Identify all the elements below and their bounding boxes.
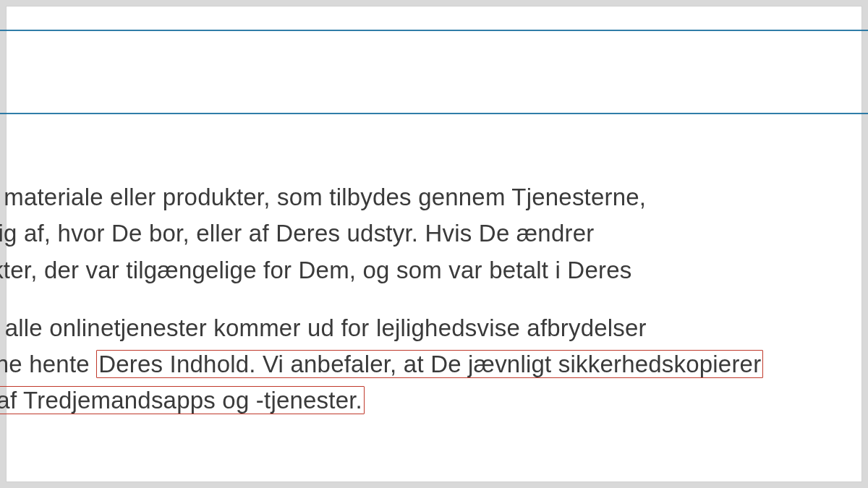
document-content: ngelighed og -Tjenesterne eller material…	[0, 7, 868, 440]
p2-line2: De muligvis ikke kunne hente Deres Indho…	[0, 346, 868, 382]
spacer	[0, 114, 868, 179]
document-frame: ngelighed og -Tjenesterne eller material…	[6, 6, 862, 482]
highlight-1: Deres Indhold. Vi anbefaler, at De jævnl…	[96, 350, 763, 378]
p1-line1: og -Tjenesterne eller materiale eller pr…	[0, 179, 868, 215]
divider-top	[0, 30, 868, 31]
p2-line2-pre: De muligvis ikke kunne hente	[0, 351, 96, 377]
p1-line2: r kan variere afhængig af, hvor De bor, …	[0, 215, 868, 252]
paragraph-2: sterne kørende, men alle onlinetjenester…	[0, 310, 868, 419]
paragraph-1: og -Tjenesterne eller materiale eller pr…	[0, 179, 868, 288]
highlight-2: ller lagrer ved hjælp af Tredjemandsapps…	[0, 386, 365, 414]
section-heading: ngelighed	[0, 51, 868, 100]
p2-line3: ller lagrer ved hjælp af Tredjemandsapps…	[0, 382, 868, 419]
p1-line3: n erhverve de produkter, der var tilgæng…	[0, 252, 868, 288]
p2-line1: sterne kørende, men alle onlinetjenester…	[0, 310, 868, 346]
divider-under-heading	[0, 113, 868, 114]
